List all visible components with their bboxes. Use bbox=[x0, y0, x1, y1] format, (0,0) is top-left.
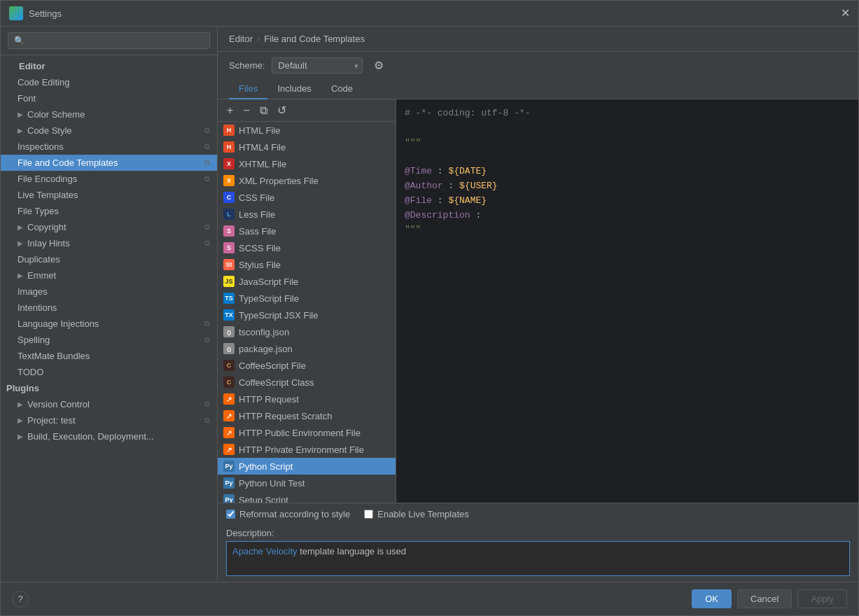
sidebar-item-font[interactable]: Font bbox=[1, 90, 217, 106]
copy-icon: ⧉ bbox=[204, 223, 210, 232]
http-icon: ↗ bbox=[223, 393, 235, 405]
sidebar-item-inlay-hints[interactable]: ▶ Inlay Hints ⧉ bbox=[1, 235, 217, 251]
file-item-css[interactable]: C CSS File bbox=[218, 189, 396, 206]
file-item-xhtml[interactable]: X XHTML File bbox=[218, 155, 396, 172]
ok-button[interactable]: OK bbox=[692, 589, 732, 608]
search-box bbox=[1, 27, 217, 55]
http-scratch-icon: ↗ bbox=[223, 410, 235, 421]
sidebar-item-images[interactable]: Images bbox=[1, 284, 217, 300]
xml-icon: X bbox=[223, 175, 235, 186]
code-line-blank bbox=[405, 121, 850, 136]
scheme-select-wrap: Default Project bbox=[272, 57, 363, 74]
sidebar-item-code-editing[interactable]: Code Editing bbox=[1, 74, 217, 90]
sidebar-item-version-control[interactable]: ▶ Version Control ⧉ bbox=[1, 396, 217, 412]
file-item-http-private[interactable]: ↗ HTTP Private Environment File bbox=[218, 441, 396, 458]
cancel-button[interactable]: Cancel bbox=[737, 589, 792, 608]
sidebar-item-intentions[interactable]: Intentions bbox=[1, 300, 217, 316]
apache-velocity-link[interactable]: Apache Velocity bbox=[232, 546, 298, 556]
code-line-blank2 bbox=[405, 150, 850, 164]
chevron-icon: ▶ bbox=[18, 416, 23, 424]
file-item-html[interactable]: H HTML File bbox=[218, 122, 396, 139]
live-templates-checkbox[interactable] bbox=[364, 510, 373, 519]
code-editor[interactable]: # -*- coding: utf-8 -*- """ @Time : ${DA… bbox=[396, 99, 858, 503]
search-input[interactable] bbox=[8, 32, 210, 49]
sidebar-item-textmate-bundles[interactable]: TextMate Bundles bbox=[1, 348, 217, 364]
sidebar-item-live-templates[interactable]: Live Templates bbox=[1, 187, 217, 203]
close-button[interactable]: ✕ bbox=[841, 8, 850, 19]
live-templates-checkbox-row[interactable]: Enable Live Templates bbox=[364, 509, 469, 519]
settings-dialog: Settings ✕ Editor Code Editing Font bbox=[0, 0, 859, 616]
sidebar-item-file-encodings[interactable]: File Encodings ⧉ bbox=[1, 171, 217, 187]
copy-icon: ⧉ bbox=[204, 142, 210, 151]
reformat-checkbox[interactable] bbox=[226, 510, 235, 519]
file-item-python-script[interactable]: Py Python Script bbox=[218, 458, 396, 475]
sidebar-section-editor[interactable]: Editor bbox=[1, 58, 217, 74]
description-rest: template language is used bbox=[298, 546, 406, 556]
sidebar-item-spelling[interactable]: Spelling ⧉ bbox=[1, 332, 217, 348]
chevron-icon: ▶ bbox=[18, 127, 23, 134]
file-item-less[interactable]: L Less File bbox=[218, 206, 396, 223]
scheme-select[interactable]: Default Project bbox=[272, 57, 363, 74]
file-item-http-request[interactable]: ↗ HTTP Request bbox=[218, 391, 396, 407]
reformat-checkbox-row[interactable]: Reformat according to style bbox=[226, 509, 350, 519]
xhtml-icon: X bbox=[223, 158, 235, 169]
py-icon: Py bbox=[223, 461, 235, 472]
help-button[interactable]: ? bbox=[12, 591, 29, 608]
sidebar-item-project[interactable]: ▶ Project: test ⧉ bbox=[1, 412, 217, 428]
sidebar-item-emmet[interactable]: ▶ Emmet bbox=[1, 267, 217, 284]
reset-button[interactable]: ↺ bbox=[274, 102, 290, 118]
code-line-author: @Author : ${USER} bbox=[405, 179, 850, 194]
title-bar: Settings ✕ bbox=[1, 1, 858, 27]
tab-files[interactable]: Files bbox=[229, 79, 267, 99]
breadcrumb-separator: › bbox=[257, 34, 260, 44]
sidebar-item-todo[interactable]: TODO bbox=[1, 364, 217, 380]
file-item-package-json[interactable]: {} package.json bbox=[218, 340, 396, 357]
pkg-icon: {} bbox=[223, 343, 235, 354]
sidebar-item-copyright[interactable]: ▶ Copyright ⧉ bbox=[1, 219, 217, 235]
sidebar-item-inspections[interactable]: Inspections ⧉ bbox=[1, 139, 217, 155]
gear-button[interactable]: ⚙ bbox=[370, 57, 388, 74]
file-item-tsx[interactable]: TX TypeScript JSX File bbox=[218, 307, 396, 323]
stylus-icon: St bbox=[223, 259, 235, 270]
apply-button[interactable]: Apply bbox=[797, 589, 847, 608]
remove-button[interactable]: − bbox=[239, 103, 253, 118]
file-item-coffeescript-class[interactable]: C CoffeeScript Class bbox=[218, 374, 396, 391]
file-item-scss[interactable]: S SCSS File bbox=[218, 239, 396, 256]
file-item-python-unit-test[interactable]: Py Python Unit Test bbox=[218, 475, 396, 491]
editor-pane: # -*- coding: utf-8 -*- """ @Time : ${DA… bbox=[396, 99, 858, 503]
sidebar-item-file-types[interactable]: File Types bbox=[1, 203, 217, 219]
file-item-sass[interactable]: S Sass File bbox=[218, 223, 396, 239]
file-item-js[interactable]: JS JavaScript File bbox=[218, 273, 396, 290]
tab-includes[interactable]: Includes bbox=[267, 79, 321, 99]
sidebar: Editor Code Editing Font ▶ Color Scheme … bbox=[1, 27, 218, 582]
copy-icon: ⧉ bbox=[204, 239, 210, 248]
file-item-xml[interactable]: X XML Properties File bbox=[218, 172, 396, 189]
sidebar-item-build[interactable]: ▶ Build, Execution, Deployment... bbox=[1, 428, 217, 444]
copy-button[interactable]: ⧉ bbox=[256, 103, 271, 118]
file-item-ts[interactable]: TS TypeScript File bbox=[218, 290, 396, 307]
main-content: Editor Code Editing Font ▶ Color Scheme … bbox=[1, 27, 858, 582]
sidebar-item-color-scheme[interactable]: ▶ Color Scheme bbox=[1, 106, 217, 122]
coffee-class-icon: C bbox=[223, 377, 235, 388]
file-item-http-public[interactable]: ↗ HTTP Public Environment File bbox=[218, 424, 396, 441]
file-item-html4[interactable]: H HTML4 File bbox=[218, 139, 396, 155]
file-item-http-scratch[interactable]: ↗ HTTP Request Scratch bbox=[218, 407, 396, 424]
copy-icon: ⧉ bbox=[204, 416, 210, 425]
copy-icon: ⧉ bbox=[204, 158, 210, 167]
py-unit-icon: Py bbox=[223, 477, 235, 489]
file-item-coffeescript[interactable]: C CoffeeScript File bbox=[218, 357, 396, 374]
tab-code[interactable]: Code bbox=[321, 79, 363, 99]
sidebar-section-plugins[interactable]: Plugins bbox=[1, 380, 217, 396]
sidebar-item-file-and-code-templates[interactable]: File and Code Templates ⧉ bbox=[1, 155, 217, 171]
sidebar-item-code-style[interactable]: ▶ Code Style ⧉ bbox=[1, 122, 217, 139]
add-button[interactable]: + bbox=[223, 103, 237, 118]
description-section: Description: Apache Velocity template la… bbox=[218, 525, 858, 582]
chevron-icon: ▶ bbox=[18, 400, 23, 408]
sidebar-item-language-injections[interactable]: Language Injections ⧉ bbox=[1, 316, 217, 332]
file-item-tsconfig[interactable]: {} tsconfig.json bbox=[218, 323, 396, 340]
file-item-stylus[interactable]: St Stylus File bbox=[218, 256, 396, 273]
setup-icon: Py bbox=[223, 494, 235, 503]
sidebar-item-duplicates[interactable]: Duplicates bbox=[1, 251, 217, 267]
breadcrumb: Editor › File and Code Templates bbox=[218, 27, 858, 52]
file-item-setup-script[interactable]: Py Setup Script bbox=[218, 491, 396, 503]
